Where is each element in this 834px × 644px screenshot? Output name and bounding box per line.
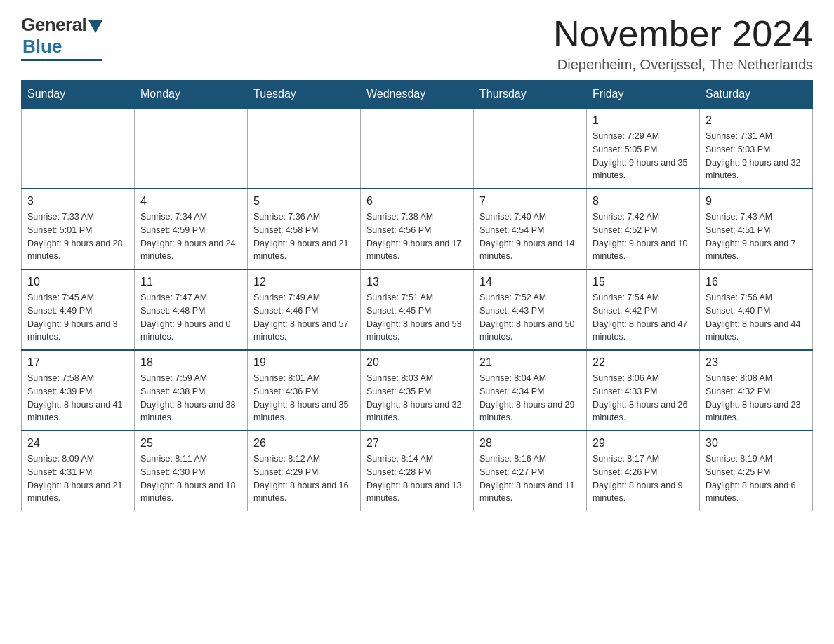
calendar-cell: 18Sunrise: 7:59 AM Sunset: 4:38 PM Dayli… bbox=[135, 350, 248, 431]
day-header-wednesday: Wednesday bbox=[361, 81, 474, 109]
logo-underline bbox=[21, 59, 102, 61]
calendar-cell: 12Sunrise: 7:49 AM Sunset: 4:46 PM Dayli… bbox=[248, 269, 361, 350]
day-number: 1 bbox=[593, 114, 694, 127]
day-info: Sunrise: 7:51 AM Sunset: 4:45 PM Dayligh… bbox=[366, 291, 468, 344]
day-number: 13 bbox=[366, 276, 468, 288]
day-number: 19 bbox=[253, 356, 355, 369]
day-number: 11 bbox=[140, 276, 241, 288]
day-number: 20 bbox=[366, 356, 468, 369]
calendar-cell: 6Sunrise: 7:38 AM Sunset: 4:56 PM Daylig… bbox=[361, 189, 474, 269]
day-info: Sunrise: 7:40 AM Sunset: 4:54 PM Dayligh… bbox=[479, 210, 581, 263]
calendar-cell: 2Sunrise: 7:31 AM Sunset: 5:03 PM Daylig… bbox=[700, 108, 813, 189]
page-header: General Blue November 2024 Diepenheim, O… bbox=[21, 14, 813, 73]
day-info: Sunrise: 8:04 AM Sunset: 4:34 PM Dayligh… bbox=[479, 372, 581, 424]
calendar-cell: 24Sunrise: 8:09 AM Sunset: 4:31 PM Dayli… bbox=[22, 431, 135, 511]
calendar-cell: 19Sunrise: 8:01 AM Sunset: 4:36 PM Dayli… bbox=[248, 350, 361, 431]
logo-blue-text: Blue bbox=[22, 36, 62, 58]
day-number: 6 bbox=[366, 195, 468, 208]
calendar-cell: 25Sunrise: 8:11 AM Sunset: 4:30 PM Dayli… bbox=[135, 431, 248, 511]
calendar-cell: 17Sunrise: 7:58 AM Sunset: 4:39 PM Dayli… bbox=[22, 350, 135, 431]
day-number: 28 bbox=[479, 437, 581, 450]
day-number: 7 bbox=[479, 195, 581, 208]
day-info: Sunrise: 7:31 AM Sunset: 5:03 PM Dayligh… bbox=[706, 130, 807, 182]
day-info: Sunrise: 7:33 AM Sunset: 5:01 PM Dayligh… bbox=[27, 210, 128, 263]
day-info: Sunrise: 7:38 AM Sunset: 4:56 PM Dayligh… bbox=[366, 210, 468, 263]
day-number: 26 bbox=[253, 437, 355, 450]
day-header-friday: Friday bbox=[587, 81, 700, 109]
calendar-cell bbox=[22, 108, 135, 189]
calendar-cell: 9Sunrise: 7:43 AM Sunset: 4:51 PM Daylig… bbox=[700, 189, 813, 269]
day-number: 8 bbox=[593, 195, 694, 208]
calendar-week-row: 17Sunrise: 7:58 AM Sunset: 4:39 PM Dayli… bbox=[22, 350, 813, 431]
calendar-cell: 14Sunrise: 7:52 AM Sunset: 4:43 PM Dayli… bbox=[474, 269, 587, 350]
day-info: Sunrise: 8:01 AM Sunset: 4:36 PM Dayligh… bbox=[253, 372, 355, 424]
day-info: Sunrise: 7:59 AM Sunset: 4:38 PM Dayligh… bbox=[140, 372, 241, 424]
calendar-cell bbox=[361, 108, 474, 189]
day-info: Sunrise: 8:14 AM Sunset: 4:28 PM Dayligh… bbox=[366, 452, 468, 505]
day-header-thursday: Thursday bbox=[474, 81, 587, 109]
day-info: Sunrise: 8:11 AM Sunset: 4:30 PM Dayligh… bbox=[140, 452, 241, 505]
day-header-saturday: Saturday bbox=[700, 81, 813, 109]
day-header-tuesday: Tuesday bbox=[248, 81, 361, 109]
day-number: 30 bbox=[706, 437, 807, 450]
day-number: 27 bbox=[366, 437, 468, 450]
day-info: Sunrise: 7:54 AM Sunset: 4:42 PM Dayligh… bbox=[593, 291, 694, 344]
day-number: 9 bbox=[706, 195, 807, 208]
logo-triangle-icon bbox=[88, 20, 102, 33]
day-number: 17 bbox=[27, 356, 128, 369]
day-header-sunday: Sunday bbox=[22, 81, 135, 109]
calendar-cell bbox=[135, 108, 248, 189]
calendar-cell: 16Sunrise: 7:56 AM Sunset: 4:40 PM Dayli… bbox=[700, 269, 813, 350]
calendar-week-row: 24Sunrise: 8:09 AM Sunset: 4:31 PM Dayli… bbox=[22, 431, 813, 511]
day-number: 21 bbox=[479, 356, 581, 369]
calendar-cell: 13Sunrise: 7:51 AM Sunset: 4:45 PM Dayli… bbox=[361, 269, 474, 350]
day-info: Sunrise: 7:36 AM Sunset: 4:58 PM Dayligh… bbox=[253, 210, 355, 263]
calendar-cell: 7Sunrise: 7:40 AM Sunset: 4:54 PM Daylig… bbox=[474, 189, 587, 269]
calendar-cell bbox=[474, 108, 587, 189]
day-number: 25 bbox=[140, 437, 241, 450]
day-number: 29 bbox=[593, 437, 694, 450]
calendar-cell bbox=[248, 108, 361, 189]
calendar-cell: 4Sunrise: 7:34 AM Sunset: 4:59 PM Daylig… bbox=[135, 189, 248, 269]
day-info: Sunrise: 7:45 AM Sunset: 4:49 PM Dayligh… bbox=[27, 291, 128, 344]
calendar-cell: 22Sunrise: 8:06 AM Sunset: 4:33 PM Dayli… bbox=[587, 350, 700, 431]
calendar-cell: 10Sunrise: 7:45 AM Sunset: 4:49 PM Dayli… bbox=[22, 269, 135, 350]
day-number: 2 bbox=[706, 114, 807, 127]
day-info: Sunrise: 8:12 AM Sunset: 4:29 PM Dayligh… bbox=[253, 452, 355, 505]
day-number: 15 bbox=[593, 276, 694, 288]
day-info: Sunrise: 7:58 AM Sunset: 4:39 PM Dayligh… bbox=[27, 372, 128, 424]
day-number: 10 bbox=[27, 276, 128, 288]
calendar-cell: 3Sunrise: 7:33 AM Sunset: 5:01 PM Daylig… bbox=[22, 189, 135, 269]
calendar-table: SundayMondayTuesdayWednesdayThursdayFrid… bbox=[21, 80, 813, 511]
day-info: Sunrise: 7:56 AM Sunset: 4:40 PM Dayligh… bbox=[706, 291, 807, 344]
calendar-week-row: 1Sunrise: 7:29 AM Sunset: 5:05 PM Daylig… bbox=[22, 108, 813, 189]
calendar-cell: 30Sunrise: 8:19 AM Sunset: 4:25 PM Dayli… bbox=[700, 431, 813, 511]
day-info: Sunrise: 8:19 AM Sunset: 4:25 PM Dayligh… bbox=[706, 452, 807, 505]
calendar-header-row: SundayMondayTuesdayWednesdayThursdayFrid… bbox=[22, 81, 813, 109]
calendar-cell: 1Sunrise: 7:29 AM Sunset: 5:05 PM Daylig… bbox=[587, 108, 700, 189]
calendar-cell: 28Sunrise: 8:16 AM Sunset: 4:27 PM Dayli… bbox=[474, 431, 587, 511]
calendar-cell: 29Sunrise: 8:17 AM Sunset: 4:26 PM Dayli… bbox=[587, 431, 700, 511]
day-info: Sunrise: 7:49 AM Sunset: 4:46 PM Dayligh… bbox=[253, 291, 355, 344]
day-info: Sunrise: 7:34 AM Sunset: 4:59 PM Dayligh… bbox=[140, 210, 241, 263]
day-number: 5 bbox=[253, 195, 355, 208]
day-number: 18 bbox=[140, 356, 241, 369]
day-info: Sunrise: 8:09 AM Sunset: 4:31 PM Dayligh… bbox=[27, 452, 128, 505]
calendar-week-row: 3Sunrise: 7:33 AM Sunset: 5:01 PM Daylig… bbox=[22, 189, 813, 269]
calendar-cell: 23Sunrise: 8:08 AM Sunset: 4:32 PM Dayli… bbox=[700, 350, 813, 431]
day-info: Sunrise: 8:03 AM Sunset: 4:35 PM Dayligh… bbox=[366, 372, 468, 424]
logo: General Blue bbox=[21, 14, 102, 61]
day-number: 16 bbox=[706, 276, 807, 288]
calendar-cell: 27Sunrise: 8:14 AM Sunset: 4:28 PM Dayli… bbox=[361, 431, 474, 511]
day-header-monday: Monday bbox=[135, 81, 248, 109]
day-info: Sunrise: 8:06 AM Sunset: 4:33 PM Dayligh… bbox=[593, 372, 694, 424]
day-info: Sunrise: 8:17 AM Sunset: 4:26 PM Dayligh… bbox=[593, 452, 694, 505]
calendar-cell: 21Sunrise: 8:04 AM Sunset: 4:34 PM Dayli… bbox=[474, 350, 587, 431]
day-number: 24 bbox=[27, 437, 128, 450]
day-info: Sunrise: 8:16 AM Sunset: 4:27 PM Dayligh… bbox=[479, 452, 581, 505]
month-title: November 2024 bbox=[553, 14, 813, 54]
day-info: Sunrise: 8:08 AM Sunset: 4:32 PM Dayligh… bbox=[706, 372, 807, 424]
calendar-cell: 5Sunrise: 7:36 AM Sunset: 4:58 PM Daylig… bbox=[248, 189, 361, 269]
logo-general-text: General bbox=[21, 14, 86, 36]
day-info: Sunrise: 7:52 AM Sunset: 4:43 PM Dayligh… bbox=[479, 291, 581, 344]
